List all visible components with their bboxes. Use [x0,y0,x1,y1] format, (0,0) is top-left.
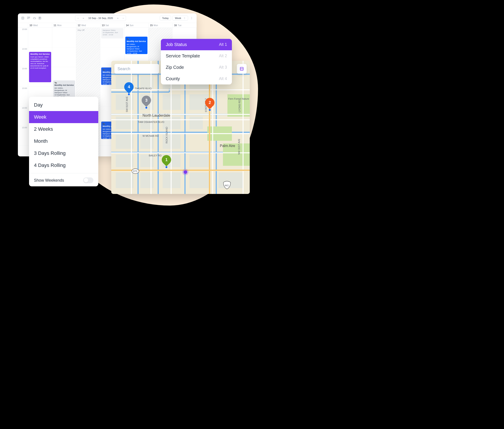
filter-shortcut: Alt 3 [219,65,227,70]
map-pin[interactable]: 3 [142,96,151,107]
svg-rect-4 [29,17,30,18]
chevron-updown-icon [183,17,186,19]
calendar-toolbar: ? ‹ « 10 Sep - 16 Sep, 2020 » › Today We… [18,13,197,23]
event-card[interactable]: Monthly Ant Service Cum quo harum. Ullam… [29,52,51,82]
layout-columns-icon[interactable] [21,16,25,20]
svg-text:Fern Forest Nature Center: Fern Forest Nature Center [228,98,250,100]
filter-label: Service Template [166,54,200,59]
day-header[interactable]: 16Tue [173,23,197,27]
svg-text:ROCK ISLAND: ROCK ISLAND [165,127,168,143]
filter-label: Zip Code [166,65,184,70]
day-header[interactable]: 12Wed [76,23,100,27]
svg-rect-0 [22,17,24,19]
svg-text:North Lauderdale: North Lauderdale [142,114,170,117]
svg-text:LYONS RD: LYONS RD [238,100,241,112]
day-header[interactable]: 15Mon [149,23,173,27]
map-pin[interactable]: 4 [124,82,133,94]
view-select-label: Week [175,17,181,19]
svg-text:W MCNAB RD: W MCNAB RD [142,134,159,137]
prev-page-icon[interactable]: ‹ [75,17,81,19]
view-option[interactable]: 3 Days Rolling [29,147,98,159]
calendar-day-headers: 10Wed 11Mon 12Wed 13Sat 14Sun 15Mon 16Tu… [18,23,197,28]
svg-rect-34 [189,172,210,188]
day-header[interactable]: 14Sun [124,23,149,27]
view-range-menu: Day Week 2 Weeks Month 3 Days Rolling 4 … [29,97,98,186]
filter-label: Job Status [166,42,187,47]
svg-rect-30 [189,155,210,167]
view-option[interactable]: Day [29,99,98,111]
filter-shortcut: Alt 2 [219,54,227,58]
next-page-icon[interactable]: › [120,17,126,19]
today-button[interactable]: Today [160,16,171,21]
filter-option[interactable]: Service Template Alt 2 [161,50,232,62]
event-card[interactable]: Sampson Totton14 September, Sun14:00 - 1… [101,28,123,38]
day-header[interactable]: 13Sat [100,23,125,27]
filter-option[interactable]: County Alt 4 [161,73,232,84]
next-fast-icon[interactable]: » [115,17,120,19]
rows-icon [239,67,244,71]
show-weekends-toggle[interactable] [83,177,93,183]
show-weekends-row: Show Weekends [29,175,98,185]
help-icon[interactable]: ? [38,16,42,20]
day-off-label: Dey Off [78,29,84,31]
current-location-marker [184,170,187,174]
event-card[interactable]: Monthly Ant Service WV 26501, Morgantown… [53,80,75,98]
view-option[interactable]: Week [29,111,98,123]
svg-text:441: 441 [225,184,229,187]
map-layout-button[interactable] [237,64,247,74]
more-menu-icon[interactable] [189,17,194,20]
view-option[interactable]: 2 Weeks [29,123,98,135]
day-header[interactable]: 11Mon [52,23,76,27]
show-weekends-label: Show Weekends [34,178,64,183]
date-range-label: 10 Sep - 16 Sep, 2020 [86,17,115,19]
svg-text:BAILEY RD: BAILEY RD [149,154,161,157]
svg-text:870: 870 [133,170,137,172]
svg-text:THGATE BLVD: THGATE BLVD [135,87,152,90]
filter-shortcut: Alt 1 [219,42,227,47]
svg-rect-23 [189,117,203,129]
filter-shortcut: Alt 4 [219,76,227,81]
svg-text:TAM OSHANTER BLVD: TAM OSHANTER BLVD [138,121,164,123]
cloud-sync-icon[interactable] [32,16,37,20]
kanban-icon[interactable] [26,16,31,20]
svg-point-5 [191,17,192,18]
map-pin[interactable]: 2 [205,98,214,109]
filter-label: County [166,76,180,81]
filter-menu: Job Status Alt 1 Service Template Alt 2 … [161,39,232,84]
svg-rect-35 [219,172,243,188]
svg-rect-3 [27,17,28,19]
svg-point-6 [191,18,192,18]
day-header[interactable]: 10Wed [28,23,52,27]
map-pin[interactable]: 1 [162,155,171,167]
date-navigator: ‹ « 10 Sep - 16 Sep, 2020 » › [75,15,126,21]
filter-option[interactable]: Zip Code Alt 3 [161,62,232,73]
filter-option[interactable]: Job Status Alt 1 [161,39,232,50]
event-card[interactable]: Monthly Ant Service WV 26501, Morgantown… [125,37,147,54]
prev-fast-icon[interactable]: « [81,17,86,19]
svg-rect-32 [140,172,154,188]
svg-point-7 [191,19,192,19]
svg-text:Palm Aire: Palm Aire [220,144,235,148]
view-select[interactable]: Week [172,16,188,21]
view-option[interactable]: Month [29,135,98,147]
view-option[interactable]: 4 Days Rolling [29,159,98,171]
time-gutter: 13:0013:0013:0013:0013:0013:00 [18,28,28,156]
map-search[interactable] [114,64,159,74]
svg-text:SW 81ST AVE: SW 81ST AVE [125,96,128,112]
svg-text:NW 31ST AVE: NW 31ST AVE [238,139,240,155]
